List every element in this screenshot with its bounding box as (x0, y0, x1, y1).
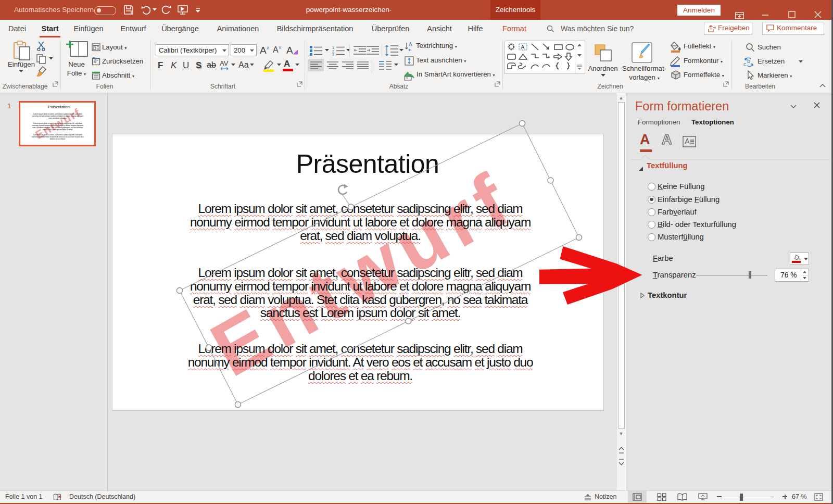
svg-text:b: b (747, 58, 750, 64)
svg-text:3: 3 (332, 53, 334, 56)
svg-text:c: c (743, 61, 747, 67)
svg-text:1: 1 (332, 46, 334, 49)
svg-text:A: A (521, 44, 525, 50)
svg-text:A: A (409, 42, 412, 47)
